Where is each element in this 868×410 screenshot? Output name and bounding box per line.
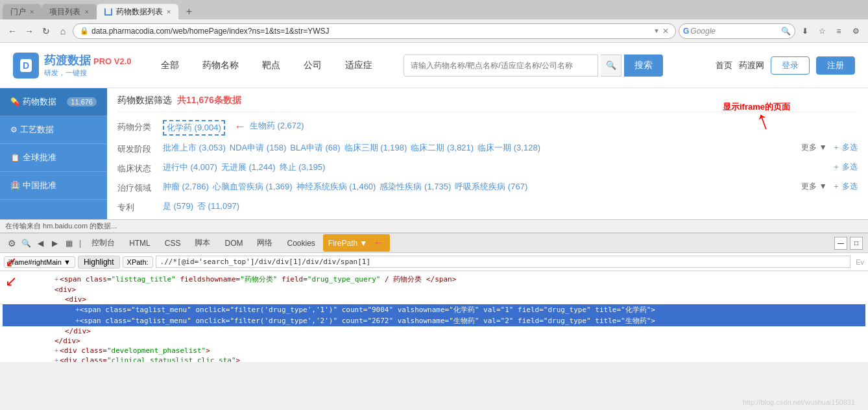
login-button[interactable]: 登录	[771, 56, 810, 75]
add-clinical-button[interactable]: ＋ 多选	[832, 162, 858, 173]
tab-1[interactable]: 项目列表 ×	[42, 4, 96, 19]
filter-label-clinical: 临床状态	[117, 162, 156, 175]
filter-count: 共11,676条数据	[177, 95, 241, 106]
devtools-dom-btn[interactable]: DOM	[218, 237, 249, 250]
nav-tab-indication[interactable]: 适应症	[340, 57, 378, 74]
devtools-maximize-btn[interactable]: □	[850, 237, 863, 250]
filter-tag-chem-drug[interactable]: 化学药 (9,004)	[163, 120, 225, 136]
filter-tag-cardiovascular[interactable]: 心脑血管疾病 (1,369)	[213, 181, 293, 193]
filter-tag-tumor[interactable]: 肿瘤 (2,786)	[163, 181, 209, 193]
tab-2[interactable]: 药物数据列表 ×	[97, 4, 178, 19]
logo-title-row: 药渡数据 PRO V2.0	[44, 53, 132, 68]
sidebar-item-drug-data[interactable]: 💊 药物数据 11,676	[0, 88, 107, 116]
code-line-8: + <div class="development_phaselist">	[3, 346, 865, 356]
filter-tag-phase1[interactable]: 临床一期 (3,128)	[477, 142, 540, 154]
tag-2: <div>	[54, 285, 76, 294]
nav-tab-company[interactable]: 公司	[298, 57, 327, 74]
tab-1-close[interactable]: ×	[84, 8, 88, 16]
toggle-8[interactable]: +	[54, 347, 58, 354]
filter-row-clinical: 临床状态 进行中 (4,007) 无进展 (1,244) 终止 (3,195) …	[117, 162, 858, 175]
filter-tag-phase3[interactable]: 临床三期 (1,198)	[344, 142, 407, 154]
search-input[interactable]	[404, 54, 598, 77]
filter-tag-bla[interactable]: BLA申请 (68)	[290, 142, 340, 154]
download-icon[interactable]: ⬇	[798, 24, 812, 38]
code-line-2: <div>	[3, 285, 865, 295]
toggle-1[interactable]: +	[54, 276, 58, 283]
address-dropdown-icon[interactable]: ▼	[653, 27, 660, 34]
toggle-4[interactable]: +	[75, 306, 80, 314]
toggle-5[interactable]: +	[75, 317, 80, 325]
therapy-actions: 更多 ▼ ＋ 多选	[801, 181, 858, 192]
address-clear-icon[interactable]: ✕	[662, 27, 669, 36]
logo-area: D 药渡数据 PRO V2.0 研发，一键搜	[13, 53, 143, 78]
nav-tab-all[interactable]: 全部	[156, 57, 184, 74]
site-nav-tabs: 全部 药物名称 靶点 公司 适应症	[156, 57, 378, 74]
devtools-next-icon[interactable]: ▶	[48, 237, 61, 250]
firepath-button[interactable]: FirePath ▼ ←	[323, 234, 390, 252]
devtools-css-btn[interactable]: CSS	[158, 237, 187, 250]
home-button[interactable]: ⌂	[56, 24, 70, 38]
filter-tag-infectious[interactable]: 感染性疾病 (1,735)	[380, 181, 451, 193]
menu-icon[interactable]: ≡	[832, 24, 846, 38]
add-therapy-button[interactable]: ＋ 多选	[832, 181, 858, 192]
filter-tag-phase2[interactable]: 临床二期 (3,821)	[411, 142, 474, 154]
google-search-icon[interactable]: 🔍	[781, 27, 791, 36]
filter-tag-bio-drug[interactable]: 生物药 (2,672)	[250, 120, 304, 136]
firepath-dropdown-icon: ▼	[359, 239, 367, 248]
devtools-inspect-icon[interactable]: 🔍	[19, 237, 32, 250]
filter-tag-respiratory[interactable]: 呼吸系统疾病 (767)	[455, 181, 527, 193]
tag-3: <div>	[65, 295, 86, 304]
reload-button[interactable]: ↻	[39, 24, 53, 38]
firepath-label: FirePath	[328, 239, 357, 248]
new-tab-button[interactable]: +	[181, 4, 197, 19]
filter-tag-approved[interactable]: 批准上市 (3,053)	[163, 142, 226, 154]
sidebar-process-label-row: ⚙ 工艺数据	[10, 124, 54, 136]
devtools-cookies-btn[interactable]: Cookies	[280, 237, 321, 250]
search-button[interactable]: 搜索	[624, 54, 663, 77]
header-ydw-link[interactable]: 药渡网	[739, 60, 764, 71]
devtools-script-btn[interactable]: 脚本	[188, 235, 217, 250]
tab-0[interactable]: 门户 ×	[3, 4, 42, 19]
filter-tag-no[interactable]: 否 (11,097)	[197, 200, 239, 212]
filter-tag-yes[interactable]: 是 (579)	[163, 200, 193, 212]
filter-tag-terminated[interactable]: 终止 (3,195)	[280, 162, 326, 173]
search-icon-button[interactable]: 🔍	[601, 54, 621, 77]
back-button[interactable]: ←	[5, 24, 19, 38]
star-icon[interactable]: ☆	[815, 24, 829, 38]
search-area: 🔍 搜索	[404, 54, 663, 77]
highlight-label: Highlight	[84, 258, 114, 267]
xpath-input[interactable]	[156, 256, 851, 268]
forward-button[interactable]: →	[22, 24, 36, 38]
devtools-panel-icon[interactable]: ▦	[62, 237, 75, 250]
tab-0-close[interactable]: ×	[30, 8, 34, 16]
highlight-button[interactable]: Highlight	[78, 256, 120, 269]
devtools-console-btn[interactable]: 控制台	[85, 235, 121, 250]
nav-tab-target[interactable]: 靶点	[257, 57, 285, 74]
filter-tag-no-progress[interactable]: 无进展 (1,244)	[221, 162, 276, 173]
sidebar-item-process-data[interactable]: ⚙ 工艺数据	[0, 116, 107, 144]
settings-icon[interactable]: ⚙	[849, 24, 863, 38]
filter-tag-neuro[interactable]: 神经系统疾病 (1,460)	[296, 181, 376, 193]
filter-tag-nda[interactable]: NDA申请 (158)	[230, 142, 286, 154]
toggle-9[interactable]: +	[54, 357, 58, 362]
sidebar-item-global-approval[interactable]: 📋 全球批准	[0, 144, 107, 172]
devtools-network-btn[interactable]: 网络	[250, 235, 279, 250]
devtools-prev-icon[interactable]: ◀	[34, 237, 47, 250]
devtools-html-btn[interactable]: HTML	[123, 237, 157, 250]
filter-tag-ongoing[interactable]: 进行中 (4,007)	[163, 162, 217, 173]
logo-icon: D	[13, 53, 39, 78]
address-bar[interactable]: 🔒 data.pharmacodia.com/web/homePage/inde…	[73, 23, 676, 39]
filter-tags-patent: 是 (579) 否 (11,097)	[163, 200, 858, 212]
sidebar-item-china-approval[interactable]: 🏥 中国批准	[0, 172, 107, 200]
add-phase-button[interactable]: ＋ 多选	[832, 142, 858, 153]
nav-tab-drug-name[interactable]: 药物名称	[197, 57, 244, 74]
more-therapy-button[interactable]: 更多 ▼	[801, 181, 826, 192]
tab-2-close[interactable]: ×	[167, 8, 171, 16]
header-home-link[interactable]: 首页	[716, 60, 732, 71]
more-phase-button[interactable]: 更多 ▼	[801, 142, 826, 153]
devtools-minimize-btn[interactable]: —	[834, 237, 847, 250]
register-button[interactable]: 注册	[816, 56, 855, 75]
google-search-bar[interactable]: G Google 🔍	[679, 23, 795, 39]
devtools-toggle-icon[interactable]: ⚙	[5, 237, 18, 250]
filter-tags-phase: 批准上市 (3,053) NDA申请 (158) BLA申请 (68) 临床三期…	[163, 142, 795, 154]
